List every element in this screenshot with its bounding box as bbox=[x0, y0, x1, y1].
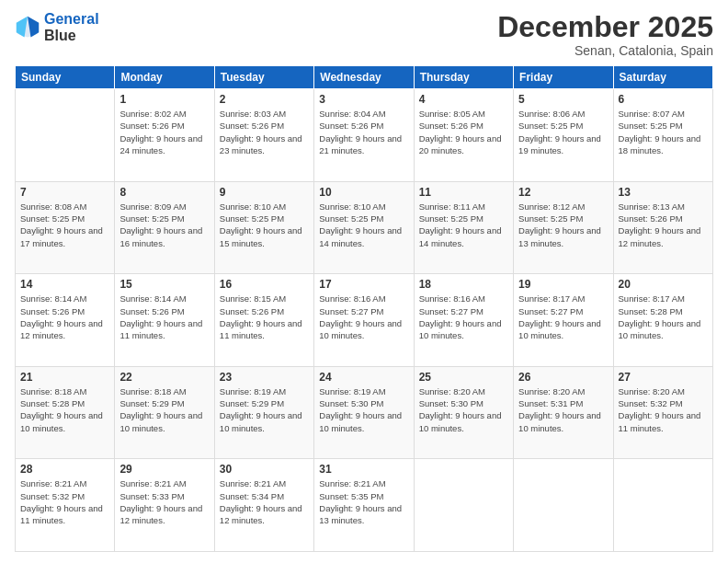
day-info: Sunrise: 8:09 AM Sunset: 5:25 PM Dayligh… bbox=[119, 201, 209, 249]
table-row: 16Sunrise: 8:15 AM Sunset: 5:26 PM Dayli… bbox=[214, 274, 313, 367]
table-row: 19Sunrise: 8:17 AM Sunset: 5:27 PM Dayli… bbox=[514, 274, 613, 367]
day-number: 14 bbox=[20, 278, 109, 291]
calendar-week-4: 21Sunrise: 8:18 AM Sunset: 5:28 PM Dayli… bbox=[16, 366, 713, 459]
header-sunday: Sunday bbox=[16, 66, 115, 89]
day-number: 21 bbox=[20, 371, 109, 384]
table-row: 10Sunrise: 8:10 AM Sunset: 5:25 PM Dayli… bbox=[314, 181, 414, 274]
day-number: 9 bbox=[220, 186, 309, 199]
day-info: Sunrise: 8:19 AM Sunset: 5:29 PM Dayligh… bbox=[220, 385, 309, 434]
table-row: 11Sunrise: 8:11 AM Sunset: 5:25 PM Dayli… bbox=[414, 181, 513, 274]
day-number: 29 bbox=[119, 463, 209, 476]
header-tuesday: Tuesday bbox=[214, 66, 313, 89]
day-info: Sunrise: 8:21 AM Sunset: 5:32 PM Dayligh… bbox=[20, 477, 109, 526]
table-row: 20Sunrise: 8:17 AM Sunset: 5:28 PM Dayli… bbox=[613, 274, 712, 367]
day-info: Sunrise: 8:21 AM Sunset: 5:34 PM Dayligh… bbox=[220, 477, 309, 526]
day-info: Sunrise: 8:15 AM Sunset: 5:26 PM Dayligh… bbox=[220, 293, 309, 341]
table-row: 31Sunrise: 8:21 AM Sunset: 5:35 PM Dayli… bbox=[314, 459, 414, 552]
table-row: 4Sunrise: 8:05 AM Sunset: 5:26 PM Daylig… bbox=[414, 89, 513, 182]
day-info: Sunrise: 8:03 AM Sunset: 5:26 PM Dayligh… bbox=[220, 108, 309, 156]
weekday-header-row: Sunday Monday Tuesday Wednesday Thursday… bbox=[16, 66, 713, 89]
day-info: Sunrise: 8:21 AM Sunset: 5:35 PM Dayligh… bbox=[319, 477, 408, 526]
table-row: 13Sunrise: 8:13 AM Sunset: 5:26 PM Dayli… bbox=[613, 181, 712, 274]
table-row: 27Sunrise: 8:20 AM Sunset: 5:32 PM Dayli… bbox=[613, 366, 712, 459]
table-row: 17Sunrise: 8:16 AM Sunset: 5:27 PM Dayli… bbox=[314, 274, 414, 367]
logo-text: General Blue bbox=[44, 11, 99, 43]
day-info: Sunrise: 8:02 AM Sunset: 5:26 PM Dayligh… bbox=[119, 108, 209, 156]
header: General Blue December 2025 Senan, Catalo… bbox=[15, 11, 713, 58]
table-row: 5Sunrise: 8:06 AM Sunset: 5:25 PM Daylig… bbox=[514, 89, 613, 182]
day-info: Sunrise: 8:10 AM Sunset: 5:25 PM Dayligh… bbox=[319, 201, 408, 249]
page: General Blue December 2025 Senan, Catalo… bbox=[0, 0, 728, 563]
logo: General Blue bbox=[15, 11, 99, 43]
month-title: December 2025 bbox=[497, 11, 713, 43]
table-row: 3Sunrise: 8:04 AM Sunset: 5:26 PM Daylig… bbox=[314, 89, 414, 182]
title-block: December 2025 Senan, Catalonia, Spain bbox=[497, 11, 713, 58]
table-row: 1Sunrise: 8:02 AM Sunset: 5:26 PM Daylig… bbox=[115, 89, 214, 182]
table-row: 15Sunrise: 8:14 AM Sunset: 5:26 PM Dayli… bbox=[115, 274, 214, 367]
day-number: 5 bbox=[518, 93, 608, 106]
day-number: 4 bbox=[419, 93, 508, 106]
day-info: Sunrise: 8:13 AM Sunset: 5:26 PM Dayligh… bbox=[619, 201, 708, 249]
day-number: 25 bbox=[419, 371, 508, 384]
logo-icon bbox=[15, 15, 40, 40]
day-info: Sunrise: 8:14 AM Sunset: 5:26 PM Dayligh… bbox=[119, 293, 209, 341]
day-info: Sunrise: 8:07 AM Sunset: 5:25 PM Dayligh… bbox=[619, 108, 708, 156]
day-number: 19 bbox=[518, 278, 608, 291]
day-number: 15 bbox=[119, 278, 209, 291]
header-wednesday: Wednesday bbox=[314, 66, 414, 89]
table-row: 28Sunrise: 8:21 AM Sunset: 5:32 PM Dayli… bbox=[16, 459, 115, 552]
day-info: Sunrise: 8:11 AM Sunset: 5:25 PM Dayligh… bbox=[419, 201, 508, 249]
table-row: 18Sunrise: 8:16 AM Sunset: 5:27 PM Dayli… bbox=[414, 274, 513, 367]
table-row: 14Sunrise: 8:14 AM Sunset: 5:26 PM Dayli… bbox=[16, 274, 115, 367]
table-row bbox=[613, 459, 712, 552]
table-row: 30Sunrise: 8:21 AM Sunset: 5:34 PM Dayli… bbox=[214, 459, 313, 552]
day-number: 30 bbox=[220, 463, 309, 476]
day-number: 20 bbox=[619, 278, 708, 291]
table-row bbox=[16, 89, 115, 182]
day-info: Sunrise: 8:19 AM Sunset: 5:30 PM Dayligh… bbox=[319, 385, 408, 434]
day-info: Sunrise: 8:05 AM Sunset: 5:26 PM Dayligh… bbox=[419, 108, 508, 156]
table-row: 7Sunrise: 8:08 AM Sunset: 5:25 PM Daylig… bbox=[16, 181, 115, 274]
day-number: 7 bbox=[20, 186, 109, 199]
calendar-week-1: 1Sunrise: 8:02 AM Sunset: 5:26 PM Daylig… bbox=[16, 89, 713, 182]
day-info: Sunrise: 8:20 AM Sunset: 5:31 PM Dayligh… bbox=[518, 385, 608, 434]
day-number: 10 bbox=[319, 186, 408, 199]
calendar-table: Sunday Monday Tuesday Wednesday Thursday… bbox=[15, 65, 713, 552]
day-info: Sunrise: 8:20 AM Sunset: 5:30 PM Dayligh… bbox=[419, 385, 508, 434]
day-number: 22 bbox=[119, 371, 209, 384]
table-row: 25Sunrise: 8:20 AM Sunset: 5:30 PM Dayli… bbox=[414, 366, 513, 459]
table-row: 22Sunrise: 8:18 AM Sunset: 5:29 PM Dayli… bbox=[115, 366, 214, 459]
day-info: Sunrise: 8:12 AM Sunset: 5:25 PM Dayligh… bbox=[518, 201, 608, 249]
day-number: 1 bbox=[119, 93, 209, 106]
day-number: 8 bbox=[119, 186, 209, 199]
day-info: Sunrise: 8:17 AM Sunset: 5:28 PM Dayligh… bbox=[619, 293, 708, 341]
calendar-week-3: 14Sunrise: 8:14 AM Sunset: 5:26 PM Dayli… bbox=[16, 274, 713, 367]
table-row bbox=[414, 459, 513, 552]
table-row: 12Sunrise: 8:12 AM Sunset: 5:25 PM Dayli… bbox=[514, 181, 613, 274]
day-number: 17 bbox=[319, 278, 408, 291]
header-thursday: Thursday bbox=[414, 66, 513, 89]
day-number: 2 bbox=[220, 93, 309, 106]
table-row: 9Sunrise: 8:10 AM Sunset: 5:25 PM Daylig… bbox=[214, 181, 313, 274]
day-number: 13 bbox=[619, 186, 708, 199]
day-number: 24 bbox=[319, 371, 408, 384]
day-info: Sunrise: 8:16 AM Sunset: 5:27 PM Dayligh… bbox=[319, 293, 408, 341]
day-info: Sunrise: 8:21 AM Sunset: 5:33 PM Dayligh… bbox=[119, 477, 209, 526]
day-info: Sunrise: 8:18 AM Sunset: 5:29 PM Dayligh… bbox=[119, 385, 209, 434]
day-number: 6 bbox=[619, 93, 708, 106]
header-saturday: Saturday bbox=[613, 66, 712, 89]
table-row: 24Sunrise: 8:19 AM Sunset: 5:30 PM Dayli… bbox=[314, 366, 414, 459]
day-number: 16 bbox=[220, 278, 309, 291]
table-row: 2Sunrise: 8:03 AM Sunset: 5:26 PM Daylig… bbox=[214, 89, 313, 182]
day-info: Sunrise: 8:16 AM Sunset: 5:27 PM Dayligh… bbox=[419, 293, 508, 341]
day-number: 31 bbox=[319, 463, 408, 476]
day-info: Sunrise: 8:08 AM Sunset: 5:25 PM Dayligh… bbox=[20, 201, 109, 249]
table-row: 23Sunrise: 8:19 AM Sunset: 5:29 PM Dayli… bbox=[214, 366, 313, 459]
day-info: Sunrise: 8:10 AM Sunset: 5:25 PM Dayligh… bbox=[220, 201, 309, 249]
day-info: Sunrise: 8:17 AM Sunset: 5:27 PM Dayligh… bbox=[518, 293, 608, 341]
header-monday: Monday bbox=[115, 66, 214, 89]
table-row: 8Sunrise: 8:09 AM Sunset: 5:25 PM Daylig… bbox=[115, 181, 214, 274]
table-row: 21Sunrise: 8:18 AM Sunset: 5:28 PM Dayli… bbox=[16, 366, 115, 459]
day-number: 23 bbox=[220, 371, 309, 384]
day-info: Sunrise: 8:04 AM Sunset: 5:26 PM Dayligh… bbox=[319, 108, 408, 156]
